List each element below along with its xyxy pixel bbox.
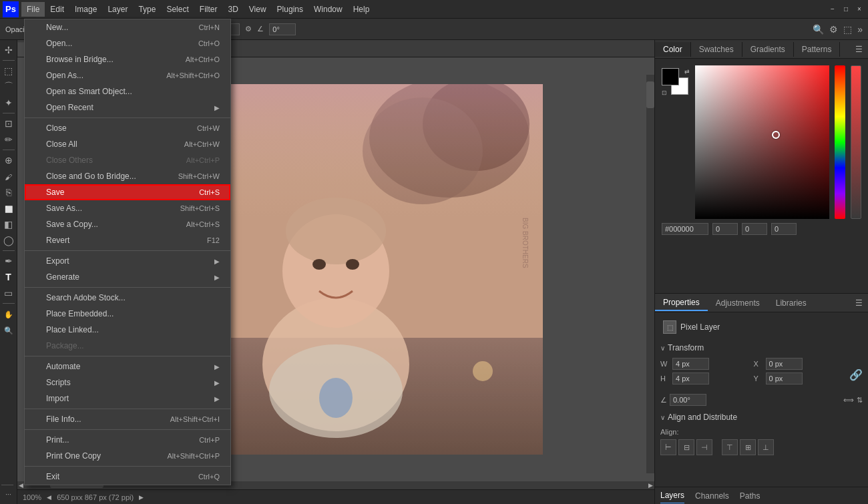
menu-item-import[interactable]: Import ▶ xyxy=(25,391,230,407)
menu-help[interactable]: Help xyxy=(348,2,375,17)
foreground-background-colors[interactable]: ⇄ ⊡ xyxy=(662,68,690,96)
align-distribute-header[interactable]: ∨ Align and Distribute xyxy=(660,413,863,422)
align-center-h-button[interactable]: ⊞ xyxy=(740,439,756,455)
tool-pen[interactable] xyxy=(1,254,16,268)
menu-filter[interactable]: Filter xyxy=(194,2,223,17)
scroll-left2[interactable]: ◀ xyxy=(47,494,51,501)
scroll-right-icon[interactable]: ▶ xyxy=(648,482,653,489)
menu-plugins[interactable]: Plugins xyxy=(272,2,308,17)
menu-file[interactable]: File xyxy=(21,2,45,17)
settings2-icon[interactable]: ⚙ xyxy=(829,24,838,35)
expand-icon[interactable]: ⬚ xyxy=(843,24,852,35)
menu-select[interactable]: Select xyxy=(161,2,194,17)
tab-paths[interactable]: Paths xyxy=(740,489,761,503)
width-input[interactable] xyxy=(672,358,709,370)
scroll-left-icon[interactable]: ◀ xyxy=(19,482,23,489)
tab-properties[interactable]: Properties xyxy=(655,295,708,311)
menu-item-scripts[interactable]: Scripts ▶ xyxy=(25,374,230,391)
menu-item-smart-object[interactable]: Open as Smart Object... xyxy=(25,83,230,99)
tool-lasso[interactable] xyxy=(1,79,16,94)
menu-item-close-bridge[interactable]: Close and Go to Bridge... Shift+Ctrl+W xyxy=(25,168,230,184)
transform-section-header[interactable]: ∨ Transform xyxy=(660,343,863,352)
height-input[interactable] xyxy=(672,372,709,385)
tab-channels[interactable]: Channels xyxy=(695,489,729,503)
menu-item-revert[interactable]: Revert F12 xyxy=(25,232,230,248)
tab-gradients[interactable]: Gradients xyxy=(742,42,794,57)
angle-rotate-input[interactable] xyxy=(670,394,706,406)
menu-type[interactable]: Type xyxy=(133,2,161,17)
menu-3d[interactable]: 3D xyxy=(222,2,243,17)
menu-item-new[interactable]: New... Ctrl+N xyxy=(25,19,230,35)
menu-item-place-linked[interactable]: Place Linked... xyxy=(25,322,230,338)
default-colors-icon[interactable]: ⊡ xyxy=(662,89,667,96)
menu-view[interactable]: View xyxy=(244,2,272,17)
flip-v-icon[interactable]: ⇅ xyxy=(857,396,863,405)
tool-hand[interactable] xyxy=(1,306,16,321)
opacity-spectrum[interactable] xyxy=(851,65,861,219)
minimize-button[interactable]: − xyxy=(827,3,839,15)
settings-icon[interactable]: ⚙ xyxy=(245,25,252,33)
menu-item-file-info[interactable]: File Info... Alt+Shift+Ctrl+I xyxy=(25,411,230,427)
tool-heal[interactable] xyxy=(1,153,16,168)
menu-item-automate[interactable]: Automate ▶ xyxy=(25,358,230,374)
maximize-button[interactable]: □ xyxy=(840,3,852,15)
menu-item-open-as[interactable]: Open As... Alt+Shift+Ctrl+O xyxy=(25,67,230,83)
menu-item-print[interactable]: Print... Ctrl+P xyxy=(25,432,230,448)
tab-libraries[interactable]: Libraries xyxy=(768,296,815,310)
tab-adjustments[interactable]: Adjustments xyxy=(708,296,768,310)
menu-item-save-copy[interactable]: Save a Copy... Alt+Ctrl+S xyxy=(25,216,230,232)
hue-spectrum[interactable] xyxy=(835,65,845,219)
tool-dodge[interactable] xyxy=(1,233,16,248)
scroll-right2[interactable]: ▶ xyxy=(139,494,144,501)
align-left-edge-button[interactable]: ⊢ xyxy=(660,439,676,455)
menu-item-close[interactable]: Close Ctrl+W xyxy=(25,120,230,136)
tool-shape[interactable] xyxy=(1,286,16,300)
swap-colors-icon[interactable]: ⇄ xyxy=(684,68,690,75)
panel-options2-icon[interactable]: ☰ xyxy=(850,296,868,310)
tool-zoom[interactable] xyxy=(1,322,16,337)
align-top-edge-button[interactable]: ⊤ xyxy=(722,439,738,455)
menu-window[interactable]: Window xyxy=(308,2,348,17)
menu-item-package[interactable]: Package... xyxy=(25,338,230,354)
vertical-scrollbar[interactable] xyxy=(646,75,654,473)
menu-item-close-others[interactable]: Close Others Alt+Ctrl+P xyxy=(25,152,230,168)
tool-brush[interactable] xyxy=(1,169,16,184)
tab-layers[interactable]: Layers xyxy=(660,488,684,503)
menu-edit[interactable]: Edit xyxy=(45,2,69,17)
menu-item-open[interactable]: Open... Ctrl+O xyxy=(25,35,230,51)
panel-options-icon[interactable]: ☰ xyxy=(850,42,868,57)
search-icon[interactable]: 🔍 xyxy=(813,24,824,35)
tab-color[interactable]: Color xyxy=(655,42,691,57)
menu-item-adobe-stock[interactable]: Search Adobe Stock... xyxy=(25,290,230,306)
tool-eyedropper[interactable] xyxy=(1,132,16,147)
color-picker-gradient[interactable] xyxy=(695,65,829,219)
angle-input[interactable] xyxy=(269,23,296,35)
tool-text[interactable]: T xyxy=(1,270,16,284)
tool-crop[interactable] xyxy=(1,116,16,131)
tool-marquee[interactable] xyxy=(1,63,16,78)
menu-item-close-all[interactable]: Close All Alt+Ctrl+W xyxy=(25,136,230,152)
menu-item-exit[interactable]: Exit Ctrl+Q xyxy=(25,469,230,485)
tool-gradient[interactable] xyxy=(1,217,16,232)
align-right-edge-button[interactable]: ⊣ xyxy=(696,439,712,455)
menu-item-save-as[interactable]: Save As... Shift+Ctrl+S xyxy=(25,200,230,216)
menu-item-bridge[interactable]: Browse in Bridge... Alt+Ctrl+O xyxy=(25,51,230,67)
flip-h-icon[interactable]: ⟺ xyxy=(843,396,854,405)
link-aspect-icon[interactable]: 🔗 xyxy=(849,368,863,381)
menu-item-export[interactable]: Export ▶ xyxy=(25,253,230,269)
menu-item-print-one[interactable]: Print One Copy Alt+Shift+Ctrl+P xyxy=(25,448,230,464)
b-input[interactable] xyxy=(771,223,797,235)
menu-item-open-recent[interactable]: Open Recent ▶ xyxy=(25,99,230,115)
align-center-v-button[interactable]: ⊟ xyxy=(678,439,694,455)
y-input[interactable] xyxy=(766,372,803,385)
hex-color-input[interactable] xyxy=(662,223,708,235)
align-bottom-edge-button[interactable]: ⊥ xyxy=(758,439,774,455)
tool-magic-wand[interactable] xyxy=(1,95,16,110)
close-button[interactable]: × xyxy=(853,3,865,15)
foreground-color-swatch[interactable] xyxy=(662,68,679,85)
tool-stamp[interactable] xyxy=(1,185,16,200)
tab-swatches[interactable]: Swatches xyxy=(691,42,742,57)
r-input[interactable] xyxy=(712,223,738,235)
menu-item-save[interactable]: Save Ctrl+S xyxy=(25,184,230,200)
tool-move[interactable] xyxy=(1,43,16,57)
